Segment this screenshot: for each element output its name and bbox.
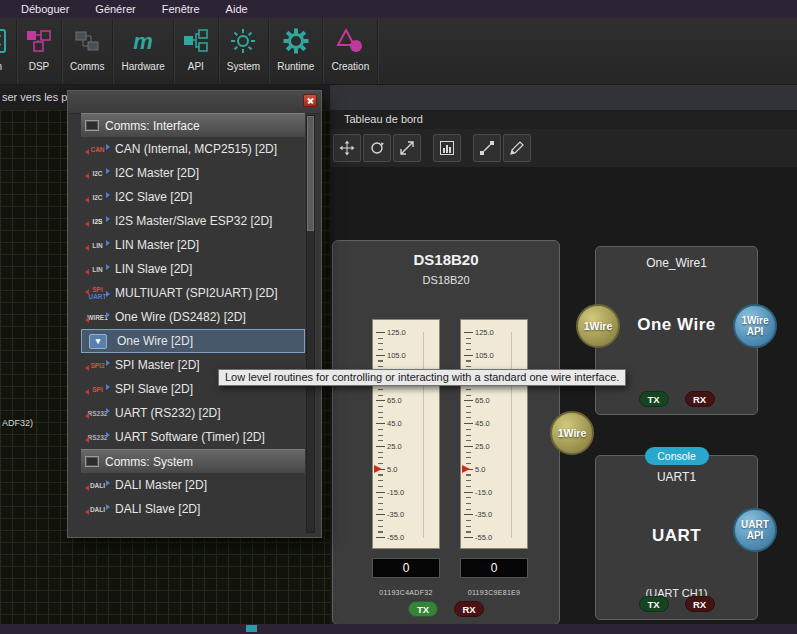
palette-item-lin-slave-2d[interactable]: LINLIN Slave [2D] [81, 257, 305, 281]
menu-item-d-boguer[interactable]: Déboguer [8, 0, 82, 18]
palette-item-label: One Wire (DS2482) [2D] [115, 310, 246, 324]
uart-api-badge[interactable]: UART API [733, 508, 777, 552]
gauge-value: 0 [460, 558, 528, 578]
palette-item-one-wire-2d[interactable]: ▾One Wire [2D] [81, 329, 305, 353]
console-badge[interactable]: Console [645, 447, 709, 465]
palette-item-i2s-master-slave-esp32-2d[interactable]: I2SI2S Master/Slave ESP32 [2D] [81, 209, 305, 233]
uart-software-icon: RS232 [84, 434, 111, 441]
dashboard-toolbar [330, 129, 797, 167]
badge-label: API [747, 530, 764, 541]
close-icon[interactable] [303, 94, 317, 107]
gauge-tick-label: -55.0 [387, 533, 404, 542]
toolbar-item-creation[interactable]: Creation [323, 18, 378, 84]
system-icon [227, 23, 260, 59]
palette-group-comms-interface[interactable]: Comms: Interface [81, 113, 305, 137]
rotate-icon [369, 140, 385, 156]
ds18b20-component[interactable]: DS18B20 DS18B20 125.0105.085.065.045.025… [332, 240, 560, 625]
pencil-tool-button[interactable] [503, 134, 531, 162]
component-title: One_Wire1 [596, 256, 757, 270]
toolbar-item-system[interactable]: System [219, 18, 269, 84]
palette-item-dali-slave-2d[interactable]: DALIDALI Slave [2D] [81, 497, 305, 521]
gauge-tick-label: -35.0 [387, 510, 404, 519]
one-wire-api-badge[interactable]: 1Wire API [733, 304, 777, 348]
thermometer-gauge: 125.0105.085.065.045.025.05.0-15.0-35.0-… [372, 319, 440, 596]
gauge-tick-label: 105.0 [475, 351, 494, 360]
hardware-icon: m [121, 23, 164, 59]
rx-indicator: RX [454, 601, 484, 617]
palette-item-label: MULTIUART (SPI2UART) [2D] [115, 286, 277, 300]
one-wire-component[interactable]: One_Wire1 One Wire 1Wire 1Wire API TX RX [595, 246, 758, 415]
component-subtitle: DS18B20 [333, 274, 559, 286]
menu-item-fen-tre[interactable]: Fenêtre [149, 0, 213, 18]
dashboard-title: Tableau de bord [344, 113, 423, 125]
palette-item-i2c-slave-2d[interactable]: I2CI2C Slave [2D] [81, 185, 305, 209]
toolbar-item-dsp[interactable]: DSP [17, 18, 62, 84]
scrollbar-thumb[interactable] [307, 116, 314, 231]
component-title: DS18B20 [333, 251, 559, 268]
thermometer-gauge: 125.0105.085.065.045.025.05.0-15.0-35.0-… [460, 319, 528, 596]
component-title: UART1 [596, 470, 757, 484]
badge-label: API [747, 326, 764, 337]
palette-item-i2c-master-2d[interactable]: I2CI2C Master [2D] [81, 161, 305, 185]
toolbar-item-label: ath [0, 59, 8, 72]
menu-item-aide[interactable]: Aide [213, 0, 261, 18]
badge-label: 1Wire [558, 427, 587, 439]
pencil-icon [509, 140, 525, 156]
uart-component[interactable]: Console UART1 UART UART API (UART CH1) T… [595, 455, 758, 620]
palette-item-can-internal-mcp2515-2d[interactable]: CANCAN (Internal, MCP2515) [2D] [81, 137, 305, 161]
palette-item-dali-master-2d[interactable]: DALIDALI Master [2D] [81, 473, 305, 497]
palette-item-label: DALI Slave [2D] [115, 502, 200, 516]
dashboard-top-strip [330, 85, 797, 110]
component-toolbar: athDSPCommsmHardwareAPISystemRuntimeCrea… [0, 18, 797, 85]
one-wire-icon: ▾ [89, 334, 107, 349]
tx-indicator: TX [408, 601, 438, 617]
toolbar-item-comms[interactable]: Comms [62, 18, 113, 84]
gauge-tick-label: 65.0 [387, 396, 402, 405]
rotate-tool-button[interactable] [363, 134, 391, 162]
i2c-master-icon: I2C [84, 170, 111, 177]
palette-item-multiuart-spi2uart-2d[interactable]: SPIUARTMULTIUART (SPI2UART) [2D] [81, 281, 305, 305]
gauge-tick-label: 5.0 [475, 465, 485, 474]
palette-item-label: SPI Slave [2D] [115, 382, 193, 396]
runtime-icon [277, 23, 314, 59]
palette-scrollbar[interactable] [306, 115, 315, 533]
tx-indicator: TX [639, 391, 669, 407]
gauge-columns: 125.0105.085.065.045.025.05.0-15.0-35.0-… [333, 319, 559, 624]
toolbar-item-label: DSP [25, 59, 53, 72]
svg-text:m: m [133, 29, 153, 54]
chip-icon [85, 120, 99, 131]
gauge-tick-label: 45.0 [475, 419, 490, 428]
wire-icon [479, 140, 495, 156]
i2s-speaker-icon: I2S [84, 218, 111, 225]
wire-tool-button[interactable] [473, 134, 501, 162]
spi-slave-icon: SPI [84, 386, 111, 393]
palette-item-uart-software-timer-2d[interactable]: RS232UART Software (Timer) [2D] [81, 425, 305, 449]
gauge-tick-label: 105.0 [387, 351, 406, 360]
menu-item-g-n-rer[interactable]: Générer [82, 0, 148, 18]
floating-one-wire-badge[interactable]: 1Wire [550, 411, 594, 455]
math-icon [0, 23, 8, 59]
palette-item-label: I2S Master/Slave ESP32 [2D] [115, 214, 272, 228]
palette-item-uart-rs232-2d[interactable]: RS232UART (RS232) [2D] [81, 401, 305, 425]
toolbar-item-api[interactable]: API [174, 18, 219, 84]
move-tool-button[interactable] [333, 134, 361, 162]
palette-group-comms-system[interactable]: Comms: System [81, 449, 305, 473]
badge-label: 1Wire [741, 315, 768, 326]
toolbar-item-ath[interactable]: ath [0, 18, 17, 84]
spi-master-icon: SPI2 [84, 362, 111, 369]
palette-titlebar[interactable] [68, 91, 321, 114]
one-wire-port-badge[interactable]: 1Wire [576, 304, 620, 348]
resize-tool-button[interactable] [393, 134, 421, 162]
creation-icon [331, 23, 369, 59]
palette-item-lin-master-2d[interactable]: LINLIN Master [2D] [81, 233, 305, 257]
lin-master-icon: LIN [84, 242, 111, 249]
dali-slave-icon: DALI [84, 506, 111, 513]
chart-tool-button[interactable] [433, 134, 461, 162]
comms-icon [70, 23, 104, 59]
toolbar-item-hardware[interactable]: mHardware [113, 18, 173, 84]
multiuart-icon: SPIUART [84, 286, 111, 300]
toolbar-item-label: System [227, 59, 260, 72]
dock-hint-text: ser vers les pa [2, 91, 74, 103]
toolbar-item-runtime[interactable]: Runtime [269, 18, 323, 84]
palette-item-one-wire-ds2482-2d[interactable]: WIRE1One Wire (DS2482) [2D] [81, 305, 305, 329]
